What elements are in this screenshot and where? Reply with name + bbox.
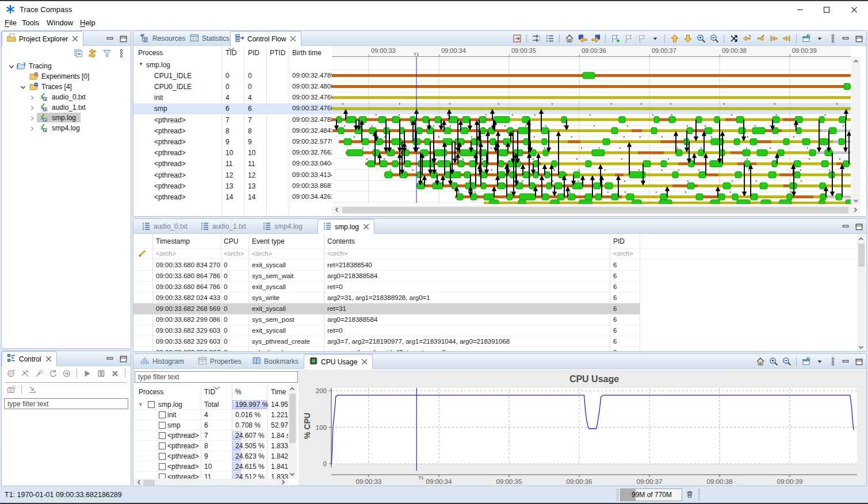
row-checkbox[interactable] (159, 411, 166, 418)
process-row--pthread-11[interactable]: <pthread>111109:00:33.0404 (133, 159, 332, 170)
minimize-view-icon[interactable] (105, 34, 115, 44)
trash-icon[interactable] (686, 490, 694, 500)
tree-item-tracing[interactable]: TTracing (2, 61, 131, 71)
zoom-out-icon[interactable] (782, 357, 791, 367)
scroll-down-icon[interactable] (289, 471, 296, 478)
filter-cell[interactable]: <srch> (327, 250, 347, 257)
process-row--pthread-13[interactable]: <pthread>131309:00:33.8687 (133, 180, 332, 191)
close-icon[interactable] (361, 359, 368, 365)
filter-cell[interactable]: <srch> (252, 250, 272, 257)
process-row--pthread-9[interactable]: <pthread>9909:00:32.5775 (133, 136, 332, 147)
scroll-left-icon[interactable] (334, 206, 341, 213)
filter-icon[interactable] (102, 48, 112, 58)
process-row--pthread-12[interactable]: <pthread>121209:00:33.4134 (133, 170, 332, 180)
add-bookmark-icon[interactable] (610, 34, 620, 44)
minimize-view-icon[interactable] (841, 222, 851, 232)
menu-window[interactable]: Window (47, 18, 73, 27)
maximize-view-icon[interactable] (118, 34, 128, 44)
follow-back-icon[interactable] (742, 34, 752, 44)
tree-item-traces-4-[interactable]: Traces [4] (2, 82, 131, 92)
scroll-down-icon[interactable] (858, 344, 865, 351)
kebab-icon[interactable] (828, 357, 838, 367)
event-row-6[interactable]: 09:00:33.682 329 6030exit_syscallret=06 (133, 325, 640, 336)
menu-help[interactable]: Help (80, 18, 95, 27)
link-editor-icon[interactable] (87, 48, 97, 58)
tab-properties[interactable]: Properties (193, 354, 246, 369)
tab-cpu-usage[interactable]: CPU Usage (304, 354, 373, 369)
tree-item-smp4-log[interactable]: smp4.log (2, 123, 131, 133)
event-row-7[interactable]: 09:00:33.682 329 6030sys_pthread_createa… (133, 336, 640, 347)
home-icon[interactable] (755, 357, 765, 367)
expand-arrow-icon[interactable]: ▼ (139, 61, 143, 67)
menu-file[interactable]: File (5, 18, 17, 27)
tab-audio-0-txt[interactable]: audio_0.txt (137, 219, 192, 234)
follow-forward-icon[interactable] (755, 34, 765, 44)
zoom-out-icon[interactable] (709, 34, 719, 44)
prev-bookmark-icon[interactable] (624, 34, 633, 44)
maximize-view-icon[interactable] (118, 354, 128, 364)
cpu-row--pthread-8[interactable]: <pthread>824.505 %1.833 s (134, 441, 288, 451)
next-event-icon[interactable] (782, 34, 791, 44)
memory-gauge-handle[interactable] (698, 489, 700, 501)
column-header-time[interactable]: Time (271, 388, 286, 396)
hide-arrows-icon[interactable] (729, 34, 739, 44)
snapshot-icon[interactable] (6, 384, 16, 394)
event-row-3[interactable]: 09:00:33.682 024 4330sys_writearg2=31, a… (133, 293, 640, 303)
new-connection-icon[interactable] (6, 368, 16, 378)
zoom-in-icon[interactable] (696, 34, 706, 44)
cpu-row--pthread-9[interactable]: <pthread>924.623 %1.842 s (134, 451, 288, 461)
column-header-process[interactable]: Process (138, 49, 163, 57)
row-checkbox[interactable] (159, 422, 166, 429)
next-bookmark-icon[interactable] (637, 34, 647, 44)
zoom-in-icon[interactable] (768, 357, 778, 367)
filter-cell[interactable]: <srch> (156, 250, 176, 257)
tab-project-explorer[interactable]: Project Explorer (2, 31, 83, 46)
menu-caret-icon[interactable] (815, 34, 824, 44)
control-filter-input[interactable] (4, 398, 128, 409)
minimize-view-icon[interactable] (105, 354, 115, 364)
event-row-1[interactable]: 09:00:33.680 864 7860sys_sem_waitarg0=21… (133, 271, 640, 282)
align-views-icon[interactable] (512, 34, 522, 44)
tree-item-audio-1-txt[interactable]: audio_1.txt (2, 102, 131, 113)
event-row-0[interactable]: 09:00:33.680 834 2700exit_syscallret=218… (133, 260, 640, 271)
menu-caret-icon[interactable] (650, 34, 660, 44)
process-row--pthread-8[interactable]: <pthread>8809:00:32.4843 (133, 125, 332, 136)
show-legend-icon[interactable] (545, 34, 555, 44)
minimize-view-icon[interactable] (841, 357, 851, 367)
window-close-button[interactable] (850, 6, 858, 14)
time-graph-horizontal-scrollbar[interactable] (332, 206, 861, 214)
time-graph-vertical-scrollbar[interactable] (851, 57, 861, 205)
close-icon[interactable] (290, 36, 296, 42)
follow-trace-icon[interactable] (531, 34, 541, 44)
column-header-cpu[interactable]: CPU (224, 237, 238, 245)
row-checkbox[interactable] (159, 474, 166, 479)
row-checkbox[interactable] (159, 463, 166, 470)
scrollbar-thumb[interactable] (858, 244, 865, 267)
row-checkbox[interactable] (159, 443, 166, 449)
tree-item-smp-log[interactable]: smp.log (2, 113, 131, 123)
maximize-view-icon[interactable] (854, 222, 864, 232)
memory-gauge[interactable]: 99M of 770M (617, 488, 709, 501)
window-maximize-button[interactable] (823, 6, 831, 14)
tab-smp-log[interactable]: smp.log (318, 219, 374, 234)
process-row-cpu0-idle-0[interactable]: CPU0_IDLE0009:00:32.4800 (133, 81, 332, 92)
close-icon[interactable] (363, 224, 369, 230)
close-icon[interactable] (72, 36, 78, 42)
prev-event-icon[interactable] (768, 34, 778, 44)
minimize-view-icon[interactable] (841, 34, 851, 44)
new-view-icon[interactable] (801, 357, 811, 367)
column-header-event-type[interactable]: Event type (252, 237, 285, 245)
cpu-table-horizontal-scrollbar[interactable] (134, 479, 288, 486)
pause-icon[interactable] (96, 368, 106, 378)
cpu-usage-chart[interactable]: CPU Usage% CPU010020009:00:3309:00:3409:… (299, 370, 867, 486)
column-header-ptid[interactable]: PTID (270, 49, 285, 57)
maximize-view-icon[interactable] (854, 34, 864, 44)
events-vertical-scrollbar[interactable] (857, 234, 866, 352)
connect-icon[interactable] (20, 368, 30, 378)
refresh-icon[interactable] (48, 368, 58, 378)
cpu-row-smp-log-total[interactable]: ∨smp.logTotal199.997 %14.959 s (134, 399, 288, 410)
scroll-up-icon[interactable] (289, 386, 296, 393)
menu-caret-icon[interactable] (815, 357, 824, 367)
tab-resources[interactable]: Resources (136, 31, 190, 46)
tab-control-flow[interactable]: Control Flow (230, 31, 301, 46)
